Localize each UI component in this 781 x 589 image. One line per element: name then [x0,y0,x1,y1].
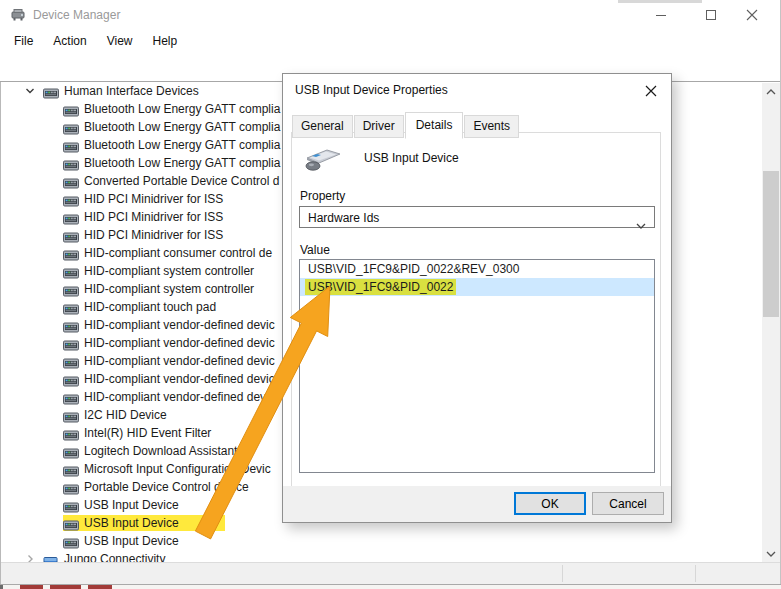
tab-driver[interactable]: Driver [354,115,404,138]
device-icon [63,463,79,475]
tree-item-label: Bluetooth Low Energy GATT complia [84,156,280,170]
menu-file[interactable]: File [4,31,43,52]
tree-item-label: USB Input Device [84,516,179,530]
tree-item-label: Portable Device Control device [84,480,249,494]
taskbar-sliver [20,585,43,589]
device-icon [63,103,79,115]
menu-help[interactable]: Help [143,31,188,52]
property-label: Property [300,189,345,203]
device-icon [63,391,79,403]
statusbar-separator [695,565,696,582]
device-icon [63,175,79,187]
dialog-title: USB Input Device Properties [295,83,448,97]
maximize-button[interactable] [689,0,734,30]
statusbar-separator [562,565,563,582]
device-icon [63,427,79,439]
device-icon [63,481,79,493]
device-icon [63,319,79,331]
scrollbar-up-icon[interactable] [762,83,780,100]
scrollbar-thumb[interactable] [763,171,779,317]
device-icon [43,85,59,97]
taskbar-sliver [88,585,112,589]
tree-item-label: I2C HID Device [84,408,167,422]
device-icon [63,337,79,349]
tree-item-label: Jungo Connectivity [64,552,165,562]
device-icon [63,517,79,529]
property-dropdown-value: Hardware Ids [308,211,379,225]
device-icon [63,445,79,457]
details-tab-page: USB Input Device Property Hardware Ids V… [291,132,661,488]
tree-item-label: Bluetooth Low Energy GATT complia [84,138,280,152]
device-icon [43,553,59,562]
tree-item-label: Human Interface Devices [64,84,199,98]
tree-item-label: USB Input Device [84,498,179,512]
tree-item-label: Bluetooth Low Energy GATT complia [84,120,280,134]
dialog-close-icon[interactable] [639,81,663,101]
tree-item-label: HID-compliant system controller [84,282,254,296]
device-icon [63,247,79,259]
value-label: Value [300,243,330,257]
window-title: Device Manager [33,8,120,22]
tree-item-label: HID-compliant consumer control de [84,246,272,260]
ok-button[interactable]: OK [514,492,586,515]
device-icon [63,211,79,223]
device-manager-screen: Device Manager FileActionViewHelp ? Huma… [0,0,781,589]
close-button[interactable] [729,0,774,30]
scrollbar-down-icon[interactable] [762,545,780,562]
device-icon [63,193,79,205]
device-icon [63,535,79,547]
device-icon [63,301,79,313]
tree-item-label: Intel(R) HID Event Filter [84,426,211,440]
minimize-button[interactable] [639,0,684,30]
tab-details[interactable]: Details [405,112,464,139]
tree-scrollbar[interactable] [762,83,780,562]
menu-bar: FileActionViewHelp [4,31,187,52]
status-bar [0,562,781,585]
tab-general[interactable]: General [292,115,353,138]
tree-item-label: HID-compliant vendor-defined devic [84,336,275,350]
tree-item-label: Logitech Download Assistant [84,444,237,458]
device-icon [63,265,79,277]
usb-input-device-icon [302,143,342,173]
device-icon [63,157,79,169]
tree-item-label: HID-compliant vendor-defined devic [84,372,275,386]
tree-item[interactable]: USB Input Device [1,532,761,550]
tree-item-label: HID-compliant vendor-defined devic [84,318,275,332]
cancel-button[interactable]: Cancel [592,492,664,515]
device-icon [63,355,79,367]
taskbar-sliver [0,585,3,589]
property-dropdown[interactable]: Hardware Ids [299,206,655,228]
tree-expander-icon[interactable] [25,553,39,562]
taskbar-sliver [50,585,81,589]
tree-item-label: HID-compliant vendor-defined devic [84,354,275,368]
menu-view[interactable]: View [97,31,143,52]
device-name-label: USB Input Device [364,151,459,165]
dialog-tabs: GeneralDriverDetailsEvents [292,111,520,138]
value-listbox[interactable]: USB\VID_1FC9&PID_0022&REV_0300USB\VID_1F… [299,259,655,473]
dialog-footer: OK Cancel [283,486,671,522]
tab-events[interactable]: Events [464,115,519,138]
tree-expander-icon[interactable] [25,85,39,97]
device-icon [63,373,79,385]
tree-item-label: HID PCI Minidriver for ISS [84,192,223,206]
title-bar: Device Manager [0,0,781,30]
device-icon [63,139,79,151]
device-icon [63,499,79,511]
device-manager-app-icon [10,7,26,23]
tree-item[interactable]: Jungo Connectivity [1,550,761,562]
tree-item-label: HID-compliant touch pad [84,300,216,314]
device-icon [63,121,79,133]
tree-item-label: HID-compliant system controller [84,264,254,278]
tree-item-label: HID-compliant vendor-defined devic [84,390,275,404]
tree-item-label: USB Input Device [84,534,179,548]
tree-item-label: Bluetooth Low Energy GATT complia [84,102,280,116]
device-icon [63,229,79,241]
value-text: USB\VID_1FC9&PID_0022 [305,279,456,295]
value-list-item[interactable]: USB\VID_1FC9&PID_0022 [300,278,654,296]
menu-action[interactable]: Action [43,31,96,52]
bottom-screen-sliver [0,585,781,589]
value-list-item[interactable]: USB\VID_1FC9&PID_0022&REV_0300 [300,260,654,278]
background-window-sliver [618,0,702,3]
usb-input-device-properties-dialog: USB Input Device Properties GeneralDrive… [282,73,672,523]
tree-item-label: HID PCI Minidriver for ISS [84,210,223,224]
